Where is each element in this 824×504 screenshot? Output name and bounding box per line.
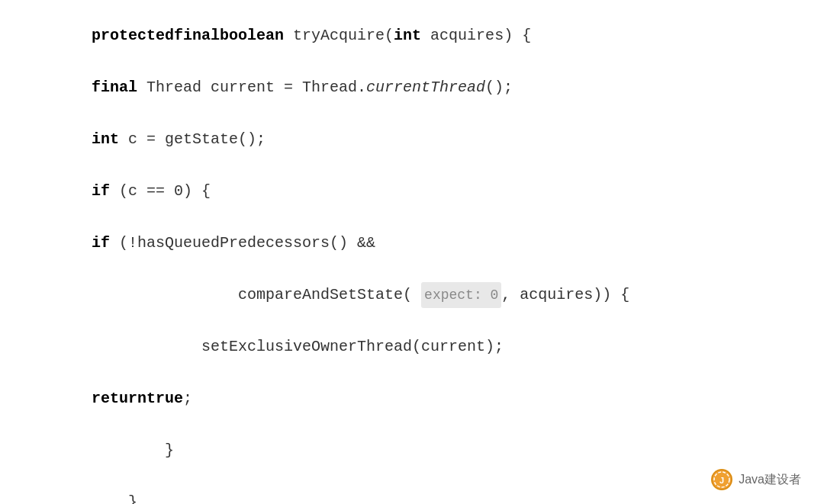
watermark-svg: J [711, 469, 732, 490]
code-line-7: setExclusiveOwnerThread(current); [92, 334, 801, 360]
code-line-10: } [92, 490, 801, 504]
code-line-8: return true; [92, 386, 801, 412]
watermark-text: Java建设者 [739, 472, 801, 488]
code-line-9: } [92, 438, 801, 464]
code-line-4: if (c == 0) { [92, 178, 801, 204]
watermark-icon: J [711, 469, 732, 490]
code-line-2: final Thread current = Thread.currentThr… [92, 75, 801, 101]
code-block: protected final boolean tryAcquire(int a… [0, 15, 824, 504]
code-line-3: int c = getState(); [92, 127, 801, 152]
watermark: J Java建设者 [711, 469, 801, 490]
code-container: protected final boolean tryAcquire(int a… [0, 0, 824, 504]
code-line-6: compareAndSetState( expect: 0, acquires)… [92, 282, 801, 308]
code-line-5: if (!hasQueuedPredecessors() && [92, 230, 801, 256]
svg-text:J: J [719, 476, 724, 485]
code-line-1: protected final boolean tryAcquire(int a… [92, 23, 801, 49]
